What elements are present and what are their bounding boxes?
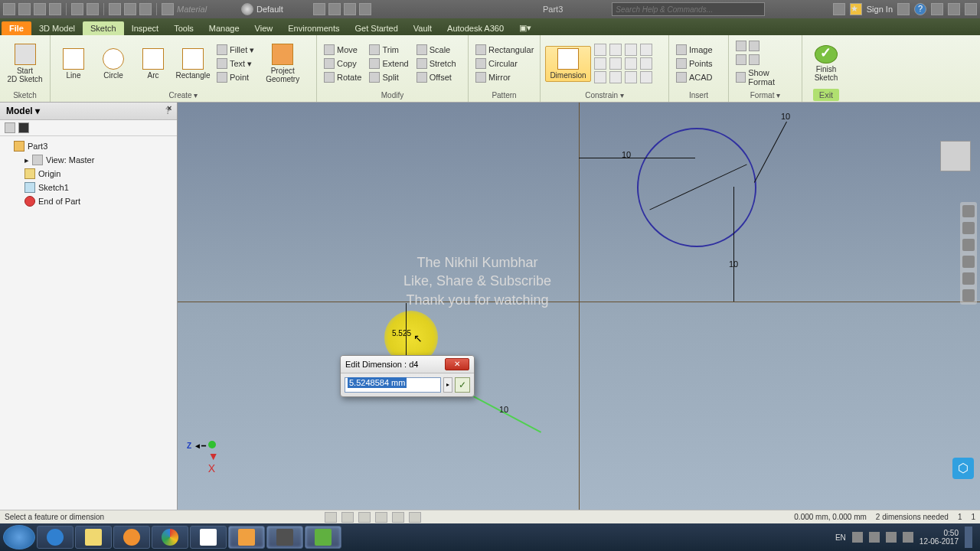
constraint-symmetric-icon[interactable] <box>625 71 637 83</box>
dimension-input[interactable]: 5.5248584 mm <box>345 377 441 393</box>
tab-inspect[interactable]: Inspect <box>124 21 166 35</box>
tab-view[interactable]: View <box>247 21 281 35</box>
filter-icon[interactable] <box>5 122 15 133</box>
extend-button[interactable]: Extend <box>367 57 410 70</box>
qat-icon-2[interactable] <box>328 3 341 15</box>
tab-tools[interactable]: Tools <box>166 21 201 35</box>
fillet-button[interactable]: Fillet ▾ <box>214 44 256 56</box>
task-app2[interactable] <box>266 526 303 549</box>
start-2d-sketch-button[interactable]: Start 2D Sketch <box>5 42 45 85</box>
save-icon[interactable] <box>49 3 61 15</box>
format-btn-1[interactable] <box>733 40 797 52</box>
task-media[interactable] <box>113 526 150 549</box>
constraint-smooth-icon[interactable] <box>609 71 622 83</box>
project-geometry-button[interactable]: Project Geometry <box>260 42 305 85</box>
tree-origin[interactable]: Origin <box>3 167 174 181</box>
constraint-parallel-icon[interactable] <box>594 57 606 70</box>
tray-clock[interactable]: 0:50 12-06-2017 <box>920 529 959 546</box>
tree-view[interactable]: ▸View: Master <box>3 153 174 167</box>
cloud-icon[interactable] <box>897 3 910 15</box>
move-button[interactable]: Move <box>322 44 364 56</box>
circle-button[interactable]: Circle <box>95 47 132 81</box>
share-badge-icon[interactable]: ⬡ <box>952 458 974 479</box>
constraint-tangent-icon[interactable] <box>594 71 606 83</box>
constraint-equal-icon[interactable] <box>640 71 652 83</box>
trim-button[interactable]: Trim <box>367 44 410 56</box>
home-icon[interactable] <box>109 3 121 15</box>
search-input[interactable] <box>612 2 765 16</box>
dialog-close-button[interactable]: ✕ <box>445 358 469 370</box>
status-icon-6[interactable] <box>409 512 421 523</box>
dimension-accept-button[interactable]: ✓ <box>455 377 470 393</box>
tray-flag-icon[interactable] <box>852 532 863 543</box>
view-cube[interactable] <box>940 141 971 171</box>
tab-3d-model[interactable]: 3D Model <box>31 21 83 35</box>
constraint-perpendicular-icon[interactable] <box>609 57 622 70</box>
point-button[interactable]: Point <box>214 71 256 83</box>
tray-volume-icon[interactable] <box>886 532 897 543</box>
rectangle-button[interactable]: Rectangle <box>175 47 211 81</box>
format-btn-2[interactable] <box>733 54 797 66</box>
status-icon-1[interactable] <box>325 512 337 523</box>
nav-home-icon[interactable] <box>962 205 975 217</box>
search-icon[interactable] <box>833 3 845 15</box>
dim-edit-label[interactable]: 5.525 <box>392 329 411 337</box>
appearance-dropdown[interactable]: Default <box>256 5 310 14</box>
dropdown-icon[interactable] <box>139 3 152 15</box>
text-button[interactable]: Text ▾ <box>214 57 256 70</box>
split-button[interactable]: Split <box>367 71 410 83</box>
dim-label-line[interactable]: 10 <box>499 405 508 414</box>
status-icon-4[interactable] <box>375 512 387 523</box>
close-window-icon[interactable] <box>965 3 977 15</box>
status-icon-3[interactable] <box>358 512 371 523</box>
constraint-fix-icon[interactable] <box>640 44 652 56</box>
app-icon[interactable] <box>3 3 15 15</box>
binoculars-icon[interactable] <box>18 122 29 133</box>
constraint-vertical-icon[interactable] <box>640 57 652 70</box>
panel-title-create[interactable]: Create ▾ <box>55 90 312 100</box>
constraint-horizontal-icon[interactable] <box>625 57 637 70</box>
status-icon-5[interactable] <box>392 512 404 523</box>
tray-battery-icon[interactable] <box>903 532 913 543</box>
tab-a360[interactable]: Autodesk A360 <box>439 21 511 35</box>
undo-icon[interactable] <box>71 3 83 15</box>
copy-button[interactable]: Copy <box>322 57 364 70</box>
constraint-coincident-icon[interactable] <box>594 44 606 56</box>
browser-close-icon[interactable]: × <box>167 103 172 112</box>
dimension-dropdown-button[interactable]: ▸ <box>443 377 452 393</box>
tree-part[interactable]: Part3 <box>3 139 174 153</box>
tab-extra-icon[interactable]: ▣▾ <box>511 21 539 35</box>
panel-title-format[interactable]: Format ▾ <box>733 90 797 100</box>
dimension-button[interactable]: Dimension <box>545 46 591 82</box>
nav-zoom-icon[interactable] <box>962 256 975 268</box>
dim-label-top[interactable]: 10 <box>781 112 790 121</box>
points-button[interactable]: Points <box>674 57 715 70</box>
tab-file[interactable]: File <box>2 21 31 35</box>
task-app3[interactable] <box>305 526 341 549</box>
browser-title[interactable]: Model ▾ <box>6 106 40 116</box>
start-button[interactable] <box>3 525 35 549</box>
material-icon[interactable] <box>162 3 174 15</box>
panel-title-constrain[interactable]: Constrain ▾ <box>545 90 664 100</box>
task-chrome[interactable] <box>152 526 188 549</box>
tray-network-icon[interactable] <box>869 532 880 543</box>
home-alt-icon[interactable] <box>124 3 136 15</box>
nav-lookat-icon[interactable] <box>962 289 975 302</box>
scale-button[interactable]: Scale <box>414 44 459 56</box>
tree-sketch1[interactable]: Sketch1 <box>3 181 174 194</box>
open-icon[interactable] <box>34 3 46 15</box>
constraint-collinear-icon[interactable] <box>609 44 622 56</box>
status-icon-2[interactable] <box>341 512 354 523</box>
dim-label-v[interactable]: 10 <box>729 259 738 269</box>
task-explorer[interactable] <box>75 526 112 549</box>
star-icon[interactable]: ★ <box>850 3 862 15</box>
qat-icon-1[interactable] <box>313 3 325 15</box>
help-icon[interactable]: ? <box>914 3 926 15</box>
minimize-icon[interactable] <box>931 3 943 15</box>
tab-manage[interactable]: Manage <box>201 21 247 35</box>
redo-icon[interactable] <box>87 3 99 15</box>
circular-pattern-button[interactable]: Circular <box>473 57 536 70</box>
fx-icon[interactable] <box>344 3 356 15</box>
finish-sketch-button[interactable]: Finish Sketch <box>807 44 845 83</box>
constraint-concentric-icon[interactable] <box>625 44 637 56</box>
